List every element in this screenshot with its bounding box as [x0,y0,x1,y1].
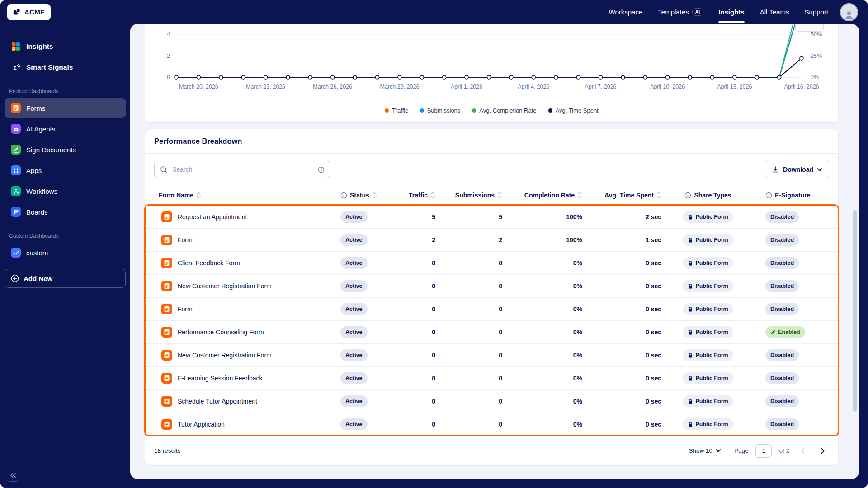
table-row[interactable]: Client Feedback FormActive000%0 secPubli… [145,251,838,274]
svg-text:0: 0 [167,74,170,80]
form-icon [161,327,172,338]
cell-avg-time-spent: 1 sec [586,236,665,244]
sidebar-item-forms[interactable]: Forms [5,98,126,118]
sidebar-item-insights[interactable]: Insights [5,37,126,56]
table-row[interactable]: Request an AppointmentActive55100%2 secP… [145,205,838,228]
column-header-share_types: Share Types [665,192,751,199]
chart-cropped-control[interactable] [795,24,824,32]
sidebar-item-apps[interactable]: Apps [5,160,126,180]
form-icon [161,373,172,384]
add-new-button[interactable]: Add New [5,269,126,288]
cell-completion-rate: 100% [506,213,586,221]
table-row[interactable]: New Customer Registration FormActive000%… [145,343,838,366]
cell-traffic: 0 [403,421,439,428]
cell-traffic: 0 [403,282,439,290]
sidebar-item-custom[interactable]: custom [5,243,126,263]
table-row[interactable]: E-Learning Session FeedbackActive000%0 s… [145,366,838,389]
sidebar-item-workflows[interactable]: Workflows [5,181,126,201]
sidebar-item-label: AI Agents [26,125,55,133]
e-signature-text: Disabled [770,283,794,289]
column-header-status[interactable]: Status [335,192,403,199]
cell-status: Active [335,211,403,223]
legend-dot [472,108,476,113]
cell-avg-time-spent: 0 sec [586,259,665,267]
e-signature-badge: Disabled [765,211,799,223]
lock-icon [688,237,693,243]
table-row[interactable]: FormActive000%0 secPublic FormDisabled [145,297,838,320]
table-row[interactable]: Performance Counseling FormActive000%0 s… [145,320,838,343]
sidebar-item-label: Insights [26,42,53,51]
search-input[interactable] [172,166,313,173]
cell-status: Active [335,303,403,315]
table-row[interactable]: New Customer Registration FormActive000%… [145,274,838,297]
cell-completion-rate: 0% [506,328,586,336]
lock-icon [688,260,693,266]
download-button[interactable]: Download [765,161,829,178]
sidebar-item-label: custom [26,249,48,257]
column-header-submissions[interactable]: Submissions [439,192,506,199]
cell-completion-rate: 0% [506,352,586,359]
topnav-item-support[interactable]: Support [804,0,828,24]
column-header-form_name[interactable]: Form Name [145,192,335,199]
share-type-text: Public Form [695,398,728,404]
search-info-icon[interactable] [318,166,325,173]
e_signature-info-icon[interactable] [765,192,772,199]
x-axis-label: March 23, 2026 [246,84,285,90]
next-page-button[interactable] [816,445,829,457]
cell-submissions: 0 [439,398,506,405]
share-type-text: Public Form [695,237,728,243]
cell-form-name: Schedule Tutor Appointment [145,396,335,407]
form-icon [161,258,172,268]
sort-icon [656,192,661,199]
column-label: Avg. Time Spent [604,192,654,199]
share-type-text: Public Form [695,375,728,381]
sidebar-item-smart-signals[interactable]: Smart Signals [5,57,126,77]
share-type-badge: Public Form [683,211,733,223]
svg-text:25%: 25% [811,53,822,59]
e-signature-badge: Disabled [765,257,799,269]
share_types-info-icon[interactable] [684,192,691,199]
share-type-badge: Public Form [683,372,733,384]
page-size-select[interactable]: Show 10 [689,447,721,454]
x-axis-label: March 26, 2026 [313,84,352,90]
sidebar-collapse-button[interactable] [7,469,19,482]
table-row[interactable]: Schedule Tutor AppointmentActive000%0 se… [145,389,838,413]
cell-avg-time-spent: 0 sec [586,375,665,382]
cell-form-name: Request an Appointment [145,211,335,222]
topnav-item-insights[interactable]: Insights [718,0,745,24]
acme-logo-icon [13,8,21,16]
logo[interactable]: ACME [7,4,51,20]
sidebar-item-boards[interactable]: Boards [5,202,126,222]
form-icon [161,235,172,245]
cell-submissions: 0 [439,305,506,313]
chevron-left-icon [801,448,805,454]
topnav-item-all-teams[interactable]: All Teams [760,0,789,24]
sidebar-item-ai-agents[interactable]: AI Agents [5,119,126,139]
lock-icon [688,399,693,404]
topnav-item-templates[interactable]: TemplatesAI [658,0,703,24]
table-header: Form NameStatusTrafficSubmissionsComplet… [145,185,838,205]
topnav-item-workspace[interactable]: Workspace [609,0,643,24]
previous-page-button[interactable] [797,445,809,457]
legend-label: Avg. Time Spent [556,107,599,114]
form-name-text: Form [178,305,193,313]
table-row[interactable]: Tutor ApplicationActive000%0 secPublic F… [145,413,838,436]
share-type-badge: Public Form [683,303,733,315]
column-header-traffic[interactable]: Traffic [403,192,439,199]
legend-item-submissions: Submissions [420,107,461,114]
column-header-avg_time_spent[interactable]: Avg. Time Spent [586,192,665,199]
user-avatar[interactable] [840,3,858,21]
table-row[interactable]: FormActive22100%1 secPublic FormDisabled [145,228,838,251]
plus-circle-icon [11,274,19,282]
form-icon [161,350,172,361]
column-header-completion_rate[interactable]: Completion Rate [506,192,586,199]
page-number-input[interactable] [755,444,772,458]
status-info-icon[interactable] [340,192,347,199]
sidebar-item-sign-documents[interactable]: Sign Documents [5,140,126,160]
cell-status: Active [335,418,403,430]
scrollbar-thumb[interactable] [853,210,857,412]
cell-completion-rate: 100% [506,236,586,244]
cell-form-name: Form [145,235,335,245]
cell-traffic: 0 [403,259,439,267]
column-label: Share Types [694,192,731,199]
